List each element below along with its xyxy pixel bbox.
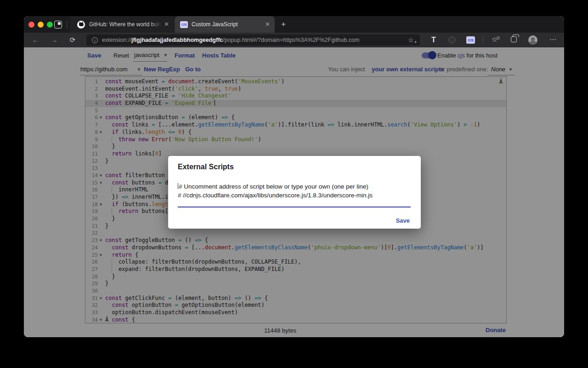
text-cursor <box>178 183 178 189</box>
settings-menu-icon[interactable]: ⋯ <box>547 35 560 44</box>
tab-custom-javascript[interactable]: C/S Custom JavaScript ✕ <box>175 16 275 33</box>
zoom-window-button[interactable] <box>47 22 53 28</box>
collections-icon[interactable] <box>511 36 517 42</box>
favorites-icon[interactable]: ☆ <box>492 35 498 44</box>
minimize-window-button[interactable] <box>38 22 44 28</box>
cjs-favicon-icon: C/S <box>180 21 188 28</box>
url-text: extension://jfigjhadafajjafedlabbhomgeed… <box>102 37 403 43</box>
tab-title: Custom JavaScript <box>192 21 262 28</box>
close-tab-icon[interactable]: ✕ <box>262 16 275 33</box>
tab-title: GitHub: Where the world build <box>89 21 161 28</box>
github-favicon-icon <box>77 21 85 29</box>
navigation-bar: ← → ⟳ i extension://jfigjhadafajjafedlab… <box>24 33 564 47</box>
textarea-line: # //cdnjs.cloudflare.com/ajax/libs/under… <box>178 191 410 200</box>
forward-icon[interactable]: → <box>50 35 59 45</box>
extension-popup-page: Save Reset javascript ▼ Format Hosts Tab… <box>24 47 564 337</box>
back-icon[interactable]: ← <box>31 35 40 45</box>
tab-bar: GitHub: Where the world build ✕ C/S Cust… <box>24 16 564 33</box>
input-underline <box>178 207 411 207</box>
textarea-line: # Uncomment address of script below or t… <box>178 182 410 191</box>
new-tab-button[interactable]: + <box>278 19 288 29</box>
tab-github[interactable]: GitHub: Where the world build ✕ <box>70 16 174 33</box>
dialog-save-button[interactable]: Save <box>396 217 410 224</box>
divider <box>483 36 483 44</box>
browser-window: GitHub: Where the world build ✕ C/S Cust… <box>24 16 564 337</box>
reload-icon[interactable]: ⟳ <box>68 35 77 45</box>
tab-actions-icon[interactable] <box>54 21 62 29</box>
external-scripts-dialog: External Scripts # Uncomment address of … <box>168 156 421 229</box>
profile-avatar[interactable] <box>528 35 537 45</box>
extension-info-icon[interactable]: i <box>449 37 455 43</box>
divider <box>67 20 67 29</box>
bookmark-star-icon[interactable]: ☆+ <box>408 36 415 44</box>
extension-t-icon[interactable]: T <box>430 36 437 44</box>
scripts-textarea[interactable]: # Uncomment address of script below or t… <box>178 182 410 200</box>
dialog-title: External Scripts <box>178 163 234 171</box>
extension-cjs-icon[interactable]: C/S <box>466 36 475 44</box>
address-bar[interactable]: i extension://jfigjhadafajjafedlabbhomge… <box>86 34 420 46</box>
close-window-button[interactable] <box>28 22 34 28</box>
close-tab-icon[interactable]: ✕ <box>161 16 174 33</box>
site-info-icon[interactable]: i <box>92 37 98 43</box>
